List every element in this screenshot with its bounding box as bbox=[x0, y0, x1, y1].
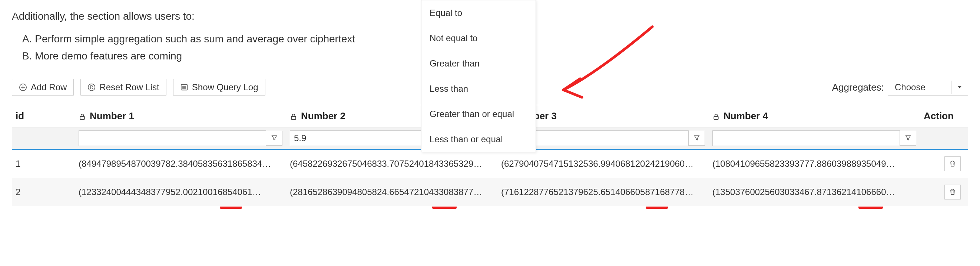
add-row-button[interactable]: Add Row bbox=[12, 79, 74, 96]
filter-operator-dropdown: Equal to Not equal to Greater than Less … bbox=[421, 0, 536, 152]
cell-num3: (6279040754715132536.99406812024219060… bbox=[497, 149, 709, 178]
reset-circle-icon: R bbox=[88, 83, 95, 91]
aggregates-wrap: Aggregates: Choose bbox=[832, 79, 968, 96]
filter-input-num4[interactable] bbox=[713, 130, 900, 146]
reset-row-list-button[interactable]: R Reset Row List bbox=[80, 79, 166, 96]
filter-input-num1[interactable] bbox=[79, 130, 266, 146]
lock-icon bbox=[290, 112, 297, 121]
cell-num4: (13503760025603033467.87136214106660… bbox=[709, 178, 920, 206]
delete-row-button[interactable] bbox=[944, 185, 961, 200]
lock-icon bbox=[713, 112, 720, 121]
filter-op-lte[interactable]: Less than or equal bbox=[422, 127, 536, 152]
cell-num2: (2816528639094805824.66547210433083877… bbox=[286, 178, 497, 206]
cell-id: 1 bbox=[12, 149, 75, 178]
svg-rect-5 bbox=[291, 116, 296, 119]
cell-num2: (6458226932675046833.70752401843365329… bbox=[286, 149, 497, 178]
add-row-label: Add Row bbox=[31, 82, 67, 93]
plus-circle-icon bbox=[19, 83, 27, 91]
cell-num3: (7161228776521379625.65140660587168778… bbox=[497, 178, 709, 206]
caret-down-icon bbox=[951, 81, 968, 94]
cell-num1: (12332400444348377952.00210016854061… bbox=[75, 178, 286, 206]
col-header-num1[interactable]: Number 1 bbox=[75, 105, 286, 127]
trash-icon bbox=[949, 188, 956, 197]
lock-icon bbox=[79, 112, 86, 121]
col-header-action: Action bbox=[920, 105, 968, 127]
funnel-icon bbox=[904, 134, 912, 143]
filter-button-num1[interactable] bbox=[266, 131, 282, 146]
filter-op-greater-than[interactable]: Greater than bbox=[422, 51, 536, 76]
svg-rect-4 bbox=[80, 116, 84, 119]
reset-row-list-label: Reset Row List bbox=[99, 82, 159, 93]
table-row: 1 (8494798954870039782.38405835631865834… bbox=[12, 149, 968, 178]
svg-rect-7 bbox=[714, 116, 718, 119]
cell-id: 2 bbox=[12, 178, 75, 206]
filter-op-gte[interactable]: Greater than or equal bbox=[422, 101, 536, 127]
filter-op-less-than[interactable]: Less than bbox=[422, 76, 536, 101]
trash-icon bbox=[949, 160, 956, 168]
filter-op-not-equal[interactable]: Not equal to bbox=[422, 26, 536, 51]
col-header-num2-label: Number 2 bbox=[301, 111, 345, 122]
col-header-id[interactable]: id bbox=[12, 105, 75, 127]
cell-num1: (8494798954870039782.38405835631865834… bbox=[75, 149, 286, 178]
show-query-log-label: Show Query Log bbox=[192, 82, 258, 93]
svg-text:R: R bbox=[90, 85, 94, 90]
funnel-icon bbox=[693, 134, 700, 143]
filter-button-num4[interactable] bbox=[900, 131, 916, 146]
col-header-num4[interactable]: Number 4 bbox=[709, 105, 920, 127]
show-query-log-button[interactable]: Show Query Log bbox=[173, 79, 266, 96]
col-header-num4-label: Number 4 bbox=[724, 111, 768, 122]
aggregates-selected: Choose bbox=[888, 79, 951, 96]
funnel-icon bbox=[270, 134, 278, 143]
aggregates-select[interactable]: Choose bbox=[888, 79, 968, 96]
table-row: 2 (12332400444348377952.00210016854061… … bbox=[12, 178, 968, 206]
cell-num4: (10804109655823393777.88603988935049… bbox=[709, 149, 920, 178]
filter-op-equal[interactable]: Equal to bbox=[422, 0, 536, 26]
list-icon bbox=[180, 83, 188, 91]
filter-button-num3[interactable] bbox=[689, 131, 705, 146]
aggregates-label: Aggregates: bbox=[832, 82, 884, 93]
col-header-num1-label: Number 1 bbox=[90, 111, 134, 122]
delete-row-button[interactable] bbox=[944, 156, 961, 171]
